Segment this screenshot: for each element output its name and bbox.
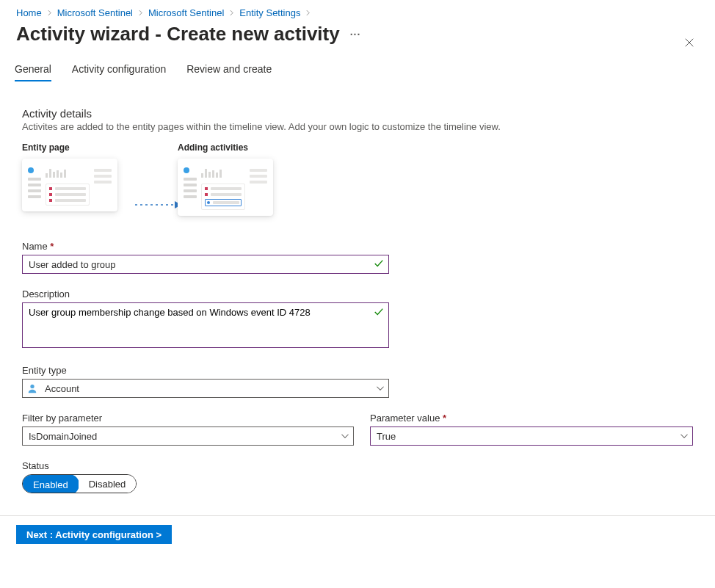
status-option-enabled[interactable]: Enabled (22, 474, 79, 493)
filter-by-value: IsDomainJoined (29, 431, 97, 442)
section-subtitle: Activites are added to the entity pages … (22, 121, 699, 132)
chevron-right-icon (228, 7, 235, 18)
entity-type-select[interactable]: Account (22, 379, 389, 398)
illustration-entity-page: Entity page (22, 142, 139, 211)
wizard-footer: Next : Activity configuration > (0, 515, 715, 554)
tab-review-create[interactable]: Review and create (186, 59, 272, 81)
status-label: Status (22, 460, 389, 471)
chevron-right-icon (137, 7, 144, 18)
parameter-value-select[interactable]: True (370, 427, 693, 446)
more-ellipsis-icon[interactable]: ··· (350, 29, 361, 40)
tab-activity-configuration[interactable]: Activity configuration (72, 59, 166, 81)
parameter-value-label: Parameter value (370, 413, 693, 424)
illustration-card-right (178, 159, 273, 216)
breadcrumb: Home Microsoft Sentinel Microsoft Sentin… (16, 7, 699, 18)
illustration-row: Entity page Adding activities (22, 142, 699, 216)
account-icon (27, 383, 37, 393)
section-title: Activity details (22, 107, 699, 120)
description-textarea[interactable]: User group membership change based on Wi… (22, 302, 389, 348)
checkmark-icon (374, 258, 384, 269)
field-filter-by: Filter by parameter IsDomainJoined (22, 413, 354, 446)
svg-point-0 (30, 385, 34, 388)
page-title: Activity wizard - Create new activity ··… (16, 23, 360, 46)
illustration-label-left: Entity page (22, 142, 139, 153)
field-description: Description User group membership change… (22, 288, 389, 350)
parameter-value-value: True (377, 431, 396, 442)
breadcrumb-item-sentinel-2[interactable]: Microsoft Sentinel (148, 7, 224, 18)
next-button[interactable]: Next : Activity configuration > (16, 525, 172, 544)
name-label: Name (22, 241, 389, 252)
entity-type-label: Entity type (22, 365, 389, 376)
field-status: Status Enabled Disabled (22, 460, 389, 493)
breadcrumb-item-entity-settings[interactable]: Entity Settings (239, 7, 300, 18)
field-entity-type: Entity type Account (22, 365, 389, 398)
close-button[interactable] (677, 31, 702, 56)
close-icon (684, 37, 694, 48)
illustration-adding-activities: Adding activities (178, 142, 295, 216)
tab-general[interactable]: General (15, 59, 51, 81)
description-label: Description (22, 288, 389, 300)
chevron-right-icon (46, 7, 53, 18)
tabs: General Activity configuration Review an… (15, 59, 699, 81)
arrow-right-icon (135, 200, 182, 208)
field-parameter-value: Parameter value True (370, 413, 693, 446)
field-name: Name (22, 241, 389, 274)
tab-content: Activity details Activites are added to … (16, 107, 699, 493)
row-filter-paramvalue: Filter by parameter IsDomainJoined Param… (22, 413, 699, 446)
title-row: Activity wizard - Create new activity ··… (16, 23, 699, 46)
checkmark-icon (374, 307, 384, 317)
breadcrumb-item-sentinel-1[interactable]: Microsoft Sentinel (57, 7, 133, 18)
filter-by-select[interactable]: IsDomainJoined (22, 427, 354, 446)
illustration-label-right: Adding activities (178, 142, 295, 153)
status-option-disabled[interactable]: Disabled (79, 475, 137, 493)
entity-type-value: Account (45, 383, 79, 394)
filter-by-label: Filter by parameter (22, 413, 354, 424)
illustration-card-left (22, 159, 117, 211)
status-toggle[interactable]: Enabled Disabled (22, 474, 137, 493)
page-title-text: Activity wizard - Create new activity (16, 23, 340, 46)
name-input[interactable] (22, 255, 389, 274)
chevron-right-icon (305, 7, 311, 18)
breadcrumb-item-home[interactable]: Home (16, 7, 42, 18)
